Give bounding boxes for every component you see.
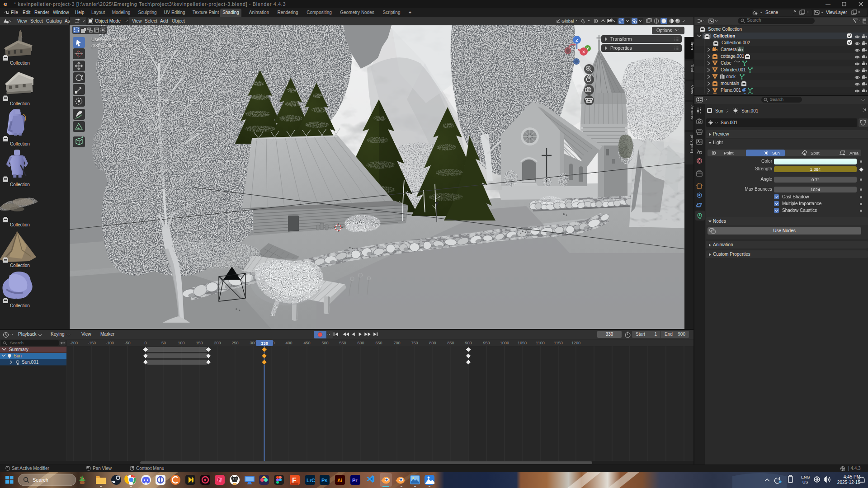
svg-text:Arborea: Arborea xyxy=(690,105,693,121)
svg-text:1050: 1050 xyxy=(518,341,527,345)
svg-text:Ai: Ai xyxy=(337,478,342,483)
svg-text:Z: Z xyxy=(576,38,578,42)
svg-text:Properties: Properties xyxy=(610,45,632,51)
svg-text:600: 600 xyxy=(357,341,364,345)
svg-text:US: US xyxy=(802,480,808,484)
svg-text:Cube: Cube xyxy=(721,61,731,66)
svg-text:Point: Point xyxy=(724,150,734,155)
svg-text:Pr: Pr xyxy=(352,478,358,483)
svg-text:250: 250 xyxy=(231,341,238,345)
svg-text:700: 700 xyxy=(393,341,400,345)
svg-text:Ps: Ps xyxy=(321,478,327,483)
svg-text:Spot: Spot xyxy=(811,150,820,155)
svg-text:330: 330 xyxy=(261,341,268,346)
svg-text:Plane.001: Plane.001 xyxy=(721,88,741,93)
svg-text:Scene Collection: Scene Collection xyxy=(708,27,742,32)
svg-text:0: 0 xyxy=(144,341,146,345)
svg-text:Item: Item xyxy=(690,42,693,50)
svg-text:2025-12-15: 2025-12-15 xyxy=(837,480,861,485)
svg-text:1200: 1200 xyxy=(571,341,580,345)
svg-text:Area: Area xyxy=(849,150,859,155)
svg-text:750: 750 xyxy=(411,341,418,345)
svg-text:850: 850 xyxy=(447,341,454,345)
svg-text:900: 900 xyxy=(465,341,472,345)
svg-text:-150: -150 xyxy=(88,341,96,345)
svg-text:Collection: Collection xyxy=(10,141,30,146)
svg-text:Sun: Sun xyxy=(715,108,723,113)
svg-text:Tool: Tool xyxy=(690,64,693,72)
svg-text:-200: -200 xyxy=(70,341,78,345)
svg-text:ENG: ENG xyxy=(801,475,810,479)
svg-text:100: 100 xyxy=(178,341,184,345)
svg-text:800: 800 xyxy=(429,341,436,345)
svg-text:Sun.001: Sun.001 xyxy=(22,360,39,365)
svg-text:1100: 1100 xyxy=(536,341,544,345)
svg-text:650: 650 xyxy=(375,341,382,345)
svg-text:50: 50 xyxy=(161,341,166,345)
svg-text:Options: Options xyxy=(656,28,672,33)
svg-text:Collection: Collection xyxy=(10,263,30,268)
svg-text:Collection: Collection xyxy=(10,182,30,187)
svg-text:Collection: Collection xyxy=(10,101,30,106)
svg-text:polygoniq: polygoniq xyxy=(690,135,693,153)
svg-text:950: 950 xyxy=(483,341,490,345)
svg-text:400: 400 xyxy=(285,341,292,345)
svg-text:1150: 1150 xyxy=(554,341,562,345)
svg-text:1000: 1000 xyxy=(500,341,509,345)
svg-text:500: 500 xyxy=(321,341,328,345)
svg-text:450: 450 xyxy=(303,341,310,345)
svg-text:4:45 PM: 4:45 PM xyxy=(844,474,860,479)
svg-text:Transform: Transform xyxy=(610,36,632,42)
svg-text:Search: Search xyxy=(10,340,24,345)
svg-text:150: 150 xyxy=(196,341,203,345)
svg-text:-50: -50 xyxy=(124,341,130,345)
svg-text:View: View xyxy=(690,85,693,94)
svg-text:Summary: Summary xyxy=(9,347,28,352)
svg-text:Collection: Collection xyxy=(10,303,30,308)
svg-text:Sun.001: Sun.001 xyxy=(721,120,738,125)
svg-text:Collection: Collection xyxy=(10,222,30,227)
svg-text:cottage.001: cottage.001 xyxy=(721,54,745,59)
svg-text:Global: Global xyxy=(561,19,574,23)
svg-text:Sun.001: Sun.001 xyxy=(741,108,759,113)
svg-text:dock: dock xyxy=(726,74,736,79)
svg-text:X: X xyxy=(582,49,585,54)
svg-text:Collection: Collection xyxy=(713,33,735,38)
svg-text:200: 200 xyxy=(214,341,221,345)
svg-text:-100: -100 xyxy=(106,341,114,345)
svg-text:Sun: Sun xyxy=(14,353,22,358)
svg-text:mountain: mountain xyxy=(721,81,739,86)
svg-text:LrC: LrC xyxy=(307,478,315,483)
svg-text:Search: Search xyxy=(33,477,48,483)
svg-text:300: 300 xyxy=(250,341,256,345)
svg-text:Camera: Camera xyxy=(721,47,737,52)
svg-text:550: 550 xyxy=(339,341,346,345)
svg-text:Sun: Sun xyxy=(772,150,780,155)
svg-text:Cylinder.001: Cylinder.001 xyxy=(721,67,746,72)
svg-text:Collection: Collection xyxy=(10,61,30,66)
svg-text:Collection.002: Collection.002 xyxy=(722,40,750,45)
